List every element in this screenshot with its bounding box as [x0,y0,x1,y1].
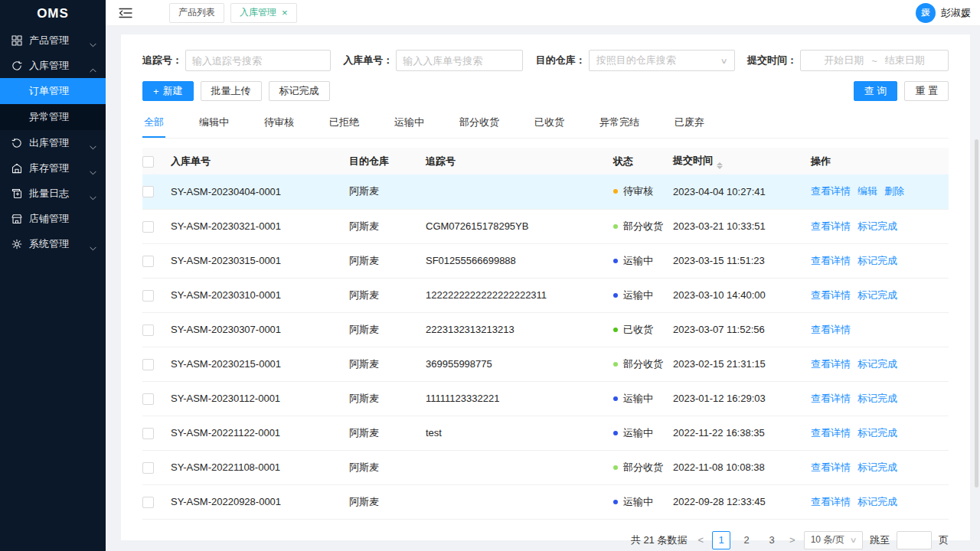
table-row: SY-ASM-20230215-0001阿斯麦369955998775部分收货2… [142,347,949,381]
sort-icon[interactable] [717,162,723,169]
page-button-1[interactable]: 1 [712,531,730,549]
close-icon[interactable]: × [282,8,288,18]
status-dot [613,465,618,470]
scrollbar-thumb[interactable] [975,139,978,487]
action-mark-complete[interactable]: 标记完成 [858,220,897,232]
sidebar-item-batch-log[interactable]: 批量日志 [0,181,106,206]
action-mark-complete[interactable]: 标记完成 [858,393,897,404]
row-checkbox[interactable] [142,290,154,302]
status-dot [613,189,618,194]
warehouse-select[interactable]: 按照目的仓库搜索 ∨ [589,50,735,71]
action-edit[interactable]: 编辑 [858,185,877,197]
cell-actions: 查看详情标记完成 [811,243,949,278]
action-view-details[interactable]: 查看详情 [811,461,851,473]
search-button[interactable]: 查 询 [854,81,898,101]
cell-time: 2023-02-15 21:31:15 [673,347,811,381]
column-header-time[interactable]: 提交时间 [673,148,811,174]
action-mark-complete[interactable]: 标记完成 [858,358,897,370]
cell-warehouse: 阿斯麦 [349,312,426,347]
cell-tracking [426,450,613,484]
filter-order-no: 入库单号： [343,50,523,71]
cell-warehouse: 阿斯麦 [349,174,426,209]
action-mark-complete[interactable]: 标记完成 [858,461,897,473]
cell-order-no: SY-ASM-20230307-0001 [171,312,349,347]
row-checkbox[interactable] [142,324,154,336]
jump-page-input[interactable] [897,531,932,549]
row-checkbox[interactable] [142,428,154,439]
tracking-input[interactable] [185,50,331,71]
status-tab-exception-closed[interactable]: 异常完结 [598,109,641,138]
row-checkbox[interactable] [142,359,154,370]
cell-time: 2023-04-04 10:27:41 [673,174,811,209]
status-tab-editing[interactable]: 编辑中 [198,109,230,138]
sidebar-item-outbound-management[interactable]: 出库管理 [0,130,106,155]
action-mark-complete[interactable]: 标记完成 [858,255,897,266]
row-checkbox[interactable] [142,186,154,197]
action-mark-complete[interactable]: 标记完成 [858,427,897,439]
status-tab-discarded[interactable]: 已废弃 [673,109,706,138]
action-view-details[interactable]: 查看详情 [811,255,851,266]
mark-complete-button[interactable]: 标记完成 [269,81,330,101]
create-button[interactable]: + 新建 [142,81,194,101]
sidebar-item-inbound-management[interactable]: 入库管理 [0,53,106,78]
header-tab-inbound-management[interactable]: 入库管理× [230,3,297,23]
action-view-details[interactable]: 查看详情 [811,185,851,197]
cell-time: 2022-11-22 16:38:35 [673,416,811,450]
app-root: OMS 产品管理入库管理订单管理异常管理出库管理库存管理批量日志店铺管理系统管理… [0,0,980,551]
next-page-button[interactable]: > [788,534,797,546]
action-mark-complete[interactable]: 标记完成 [858,289,897,301]
sidebar-item-shop-management[interactable]: 店铺管理 [0,206,106,231]
row-checkbox[interactable] [142,393,154,405]
header-tab-product-list[interactable]: 产品列表 [169,3,224,23]
menu-fold-icon[interactable] [119,8,132,18]
action-mark-complete[interactable]: 标记完成 [858,496,897,507]
sidebar: OMS 产品管理入库管理订单管理异常管理出库管理库存管理批量日志店铺管理系统管理 [0,0,106,551]
sidebar-item-product-management[interactable]: 产品管理 [0,28,106,53]
status-tab-received[interactable]: 已收货 [533,109,566,138]
batch-log-icon [11,188,22,199]
row-checkbox[interactable] [142,497,154,508]
cell-warehouse: 阿斯麦 [349,484,426,519]
status-tab-all[interactable]: 全部 [142,109,165,138]
avatar[interactable]: 媛 [916,3,936,23]
page-button-3[interactable]: 3 [763,531,781,549]
order-no-input[interactable] [396,50,523,71]
select-all-checkbox[interactable] [142,156,154,168]
action-view-details[interactable]: 查看详情 [811,427,851,439]
reset-button[interactable]: 重 置 [904,81,949,101]
cell-actions: 查看详情标记完成 [811,416,949,450]
cell-warehouse: 阿斯麦 [349,347,426,381]
page-button-2[interactable]: 2 [737,531,756,549]
cell-time: 2023-03-21 10:33:51 [673,209,811,243]
action-view-details[interactable]: 查看详情 [811,324,851,335]
sidebar-item-inventory-management[interactable]: 库存管理 [0,155,106,181]
table-row: SY-ASM-20230112-0001阿斯麦11111123332221运输中… [142,381,949,416]
row-checkbox[interactable] [142,221,154,233]
action-view-details[interactable]: 查看详情 [811,220,851,232]
page-size-select[interactable]: 10 条/页 ∨ [804,531,863,549]
action-view-details[interactable]: 查看详情 [811,289,851,301]
cell-tracking [426,484,613,519]
status-tab-in-transit[interactable]: 运输中 [393,109,426,138]
row-checkbox[interactable] [142,462,154,474]
sidebar-subitem-exception-management[interactable]: 异常管理 [0,104,106,130]
action-view-details[interactable]: 查看详情 [811,496,851,507]
prev-page-button[interactable]: < [696,534,705,546]
batch-upload-button[interactable]: 批量上传 [201,81,262,101]
cell-tracking [426,174,613,209]
chevron-down-icon [90,141,96,145]
sidebar-item-system-management[interactable]: 系统管理 [0,231,106,256]
action-view-details[interactable]: 查看详情 [811,358,851,370]
status-tab-pending-review[interactable]: 待审核 [263,109,296,138]
status-tab-partial-received[interactable]: 部分收货 [458,109,501,138]
sidebar-subitem-order-management[interactable]: 订单管理 [0,78,106,104]
cell-tracking: 2223132313213213 [426,312,613,347]
action-view-details[interactable]: 查看详情 [811,393,851,404]
status-tab-rejected[interactable]: 已拒绝 [328,109,361,138]
row-checkbox[interactable] [142,256,154,267]
gear-icon [11,239,22,249]
inbound-icon [11,60,22,71]
date-range-picker[interactable]: 开始日期 ~ 结束日期 [800,50,949,71]
cell-actions: 查看详情编辑删除 [811,174,949,209]
action-delete[interactable]: 删除 [884,185,904,197]
